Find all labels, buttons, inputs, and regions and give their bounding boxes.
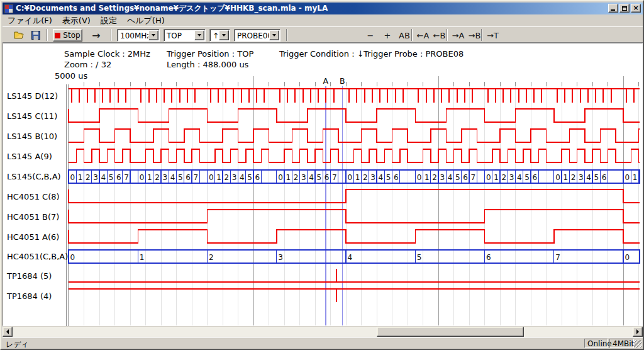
status-ready-text: レディ [6, 339, 29, 350]
channel-label-10: TP1684 (4) [7, 291, 66, 301]
channel-label-9: TP1684 (5) [7, 271, 66, 281]
channel-label-6: HC4051 B(7) [7, 212, 66, 222]
channel-label-2: LS145 B(10) [7, 132, 66, 141]
probe-select-value: PROBE00 [237, 31, 272, 40]
app-window: C:¥Documents and Settings¥noname¥デスクトップ¥… [0, 0, 644, 350]
scroll-right-button[interactable] [633, 327, 643, 337]
close-button[interactable]: × [631, 4, 641, 13]
trigger-condition-text: Trigger Condition : ↓ [279, 49, 364, 59]
toolbar-separator [411, 29, 413, 41]
save-file-button[interactable] [29, 29, 43, 42]
toolbar-separator [111, 29, 112, 41]
minimize-button[interactable] [608, 4, 618, 13]
stop-button[interactable]: Stop [53, 29, 82, 42]
sample-clock-text: Sample Clock : 2MHz [64, 49, 150, 59]
time-scale-label: 5000 us [55, 71, 87, 81]
menu-view[interactable]: 表示(V) [57, 14, 96, 27]
toolbar-separator [286, 29, 287, 41]
toolbar-separator [481, 29, 482, 41]
clock-rate-select-value: 100MHz [120, 31, 151, 40]
waveform-panel[interactable] [3, 43, 643, 326]
label-divider [68, 84, 69, 326]
toolbar-separator [447, 29, 448, 41]
ab-cursor-button[interactable]: AB [396, 30, 413, 41]
set-b-button[interactable]: →B [467, 30, 482, 41]
window-title: C:¥Documents and Settings¥noname¥デスクトップ¥… [16, 3, 328, 14]
status-online-badge: Online [584, 339, 608, 348]
menu-help[interactable]: ヘルプ(H) [122, 14, 170, 27]
channel-label-1: LS145 C(11) [7, 111, 66, 121]
app-icon[interactable] [4, 4, 13, 13]
clock-rate-select[interactable]: 100MHz [117, 29, 160, 42]
set-a-button[interactable]: →A [450, 30, 466, 41]
status-memory-badge: 4MBit [609, 339, 634, 348]
resize-grip[interactable] [634, 340, 642, 348]
run-arrow-icon: → [92, 30, 100, 42]
scroll-right-icon [636, 329, 639, 334]
trigger-position-text: Trigger Position : TOP [167, 49, 253, 59]
goto-b-button[interactable]: ←B [431, 30, 447, 41]
open-folder-icon [14, 31, 25, 40]
goto-a-button[interactable]: ←A [415, 30, 431, 41]
trigger-position-select[interactable]: TOP [164, 29, 206, 42]
menu-file[interactable]: ファイル(F) [3, 14, 57, 27]
open-file-button[interactable] [13, 29, 26, 42]
zoom-factor-text: Zoom : / 32 [64, 60, 111, 69]
channel-label-8: HC4051(C,B,A) [7, 252, 66, 261]
record-length-text: Length : 488.000 us [167, 60, 248, 69]
status-bar: レディ Online 4MBit [3, 337, 643, 349]
floppy-disk-icon [31, 31, 40, 40]
close-icon: × [633, 4, 638, 12]
scroll-left-button[interactable] [3, 327, 13, 337]
horizontal-scrollbar[interactable] [3, 327, 643, 337]
zoom-in-button[interactable]: + [380, 30, 394, 41]
goto-trigger-button[interactable]: →T [485, 30, 501, 41]
maximize-icon [622, 6, 627, 11]
channel-label-0: LS145 D(12) [7, 91, 66, 101]
zoom-out-button[interactable]: − [364, 30, 377, 41]
chevron-down-icon[interactable] [148, 30, 158, 40]
title-bar[interactable]: C:¥Documents and Settings¥noname¥デスクトップ¥… [3, 3, 643, 14]
channel-label-3: LS145 A(9) [7, 152, 66, 161]
channel-label-4: LS145(C,B,A) [7, 172, 66, 181]
trigger-edge-select-value: ↑ [213, 31, 219, 40]
chevron-down-icon[interactable] [269, 30, 279, 40]
toolbar-separator [47, 29, 48, 41]
menu-bar: ファイル(F)表示(V)設定ヘルプ(H) [3, 14, 643, 26]
menu-settings[interactable]: 設定 [96, 14, 122, 27]
chevron-down-icon[interactable] [219, 30, 229, 40]
scrollbar-thumb[interactable] [377, 327, 524, 337]
run-button[interactable]: → [88, 30, 104, 41]
label-divider [66, 84, 67, 326]
stop-icon [55, 33, 60, 38]
trigger-edge-select[interactable]: ↑ [209, 29, 230, 42]
minimize-icon [611, 9, 615, 11]
channel-label-5: HC4051 C(8) [7, 192, 66, 201]
toolbar: Stop → 100MHzTOP↑PROBE00−+AB←A←B→A→B→T [3, 26, 643, 43]
channel-label-7: HC4051 A(6) [7, 232, 66, 242]
trigger-probe-text: Trigger Probe : PROBE08 [364, 49, 464, 59]
scroll-left-icon [6, 329, 9, 334]
maximize-button[interactable] [619, 4, 630, 13]
trigger-position-select-value: TOP [167, 31, 182, 40]
chevron-down-icon[interactable] [194, 30, 204, 40]
probe-select[interactable]: PROBE00 [234, 29, 280, 42]
